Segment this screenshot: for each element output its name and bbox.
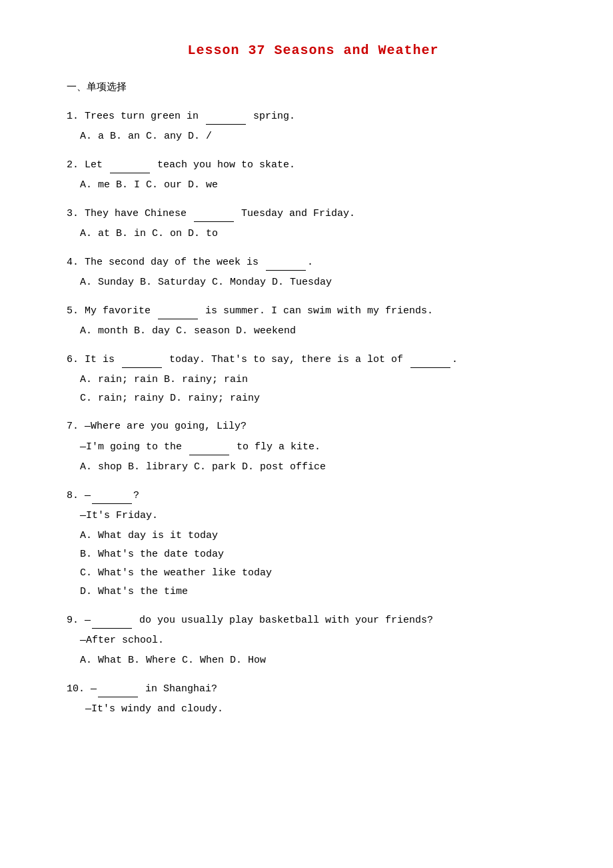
- question-10-line2: —It's windy and cloudy.: [85, 701, 560, 717]
- q6-options-b: C. rain; rainy D. rainy; rainy: [80, 391, 560, 407]
- section-header: 一、单项选择: [67, 80, 560, 96]
- q5-text-before: 5. My favorite: [67, 305, 157, 317]
- q10-reply: —It's windy and cloudy.: [85, 703, 223, 715]
- q10-blank: [98, 681, 138, 697]
- q8-options-d: D. What's the time: [80, 584, 560, 600]
- question-9-line1: 9. — do you usually play basketball with…: [67, 612, 560, 629]
- q1-text-after: spring.: [247, 111, 295, 122]
- q4-text-before: 4. The second day of the week is: [67, 257, 265, 268]
- q3-blank: [194, 205, 234, 222]
- question-7: 7. —Where are you going, Lily? —I'm goin…: [67, 419, 560, 475]
- q5-blank: [158, 303, 198, 319]
- question-10: 10. — in Shanghai? —It's windy and cloud…: [67, 681, 560, 717]
- q10-text-before: 10. —: [67, 683, 97, 695]
- q6-blank1: [122, 351, 162, 368]
- q7-text-before: 7. —Where are you going, Lily?: [67, 421, 247, 432]
- page-title: Lesson 37 Seasons and Weather: [67, 40, 560, 61]
- q7-text-after: to fly a kite.: [231, 441, 320, 453]
- question-10-line1: 10. — in Shanghai?: [67, 681, 560, 697]
- q8-text-before: 8. —: [67, 490, 91, 501]
- q9-options: A. What B. Where C. When D. How: [80, 653, 560, 669]
- q9-text-before: 9. —: [67, 615, 91, 626]
- question-9: 9. — do you usually play basketball with…: [67, 612, 560, 669]
- question-3-line: 3. They have Chinese Tuesday and Friday.: [67, 205, 560, 222]
- q7-blank: [189, 439, 229, 455]
- q7-text-before2: —I'm going to the: [80, 441, 188, 453]
- q4-blank: [266, 254, 306, 271]
- q6-text-mid: today. That's to say, there is a lot of: [163, 354, 409, 365]
- question-1: 1. Trees turn green in spring. A. a B. a…: [67, 108, 560, 145]
- question-6: 6. It is today. That's to say, there is …: [67, 351, 560, 407]
- q1-options: A. a B. an C. any D. /: [80, 129, 560, 145]
- question-4-line: 4. The second day of the week is .: [67, 254, 560, 271]
- q1-blank: [206, 108, 246, 125]
- question-7-line2: —I'm going to the to fly a kite.: [80, 439, 560, 455]
- q2-text-after: teach you how to skate.: [151, 159, 295, 171]
- q4-text-after: .: [307, 257, 313, 268]
- question-4: 4. The second day of the week is . A. Su…: [67, 254, 560, 291]
- question-8: 8. — ? —It's Friday. A. What day is it t…: [67, 487, 560, 600]
- q3-text-before: 3. They have Chinese: [67, 208, 193, 219]
- q9-text-after: do you usually play basketball with your…: [133, 615, 433, 626]
- question-3: 3. They have Chinese Tuesday and Friday.…: [67, 205, 560, 242]
- q7-options: A. shop B. library C. park D. post offic…: [80, 459, 560, 475]
- q5-text-after: is summer. I can swim with my friends.: [199, 305, 433, 317]
- q3-text-after: Tuesday and Friday.: [235, 208, 355, 219]
- question-2: 2. Let teach you how to skate. A. me B. …: [67, 157, 560, 193]
- q2-text-before: 2. Let: [67, 159, 109, 171]
- q6-blank2: [410, 351, 450, 368]
- q8-blank: [92, 487, 132, 504]
- question-5-line: 5. My favorite is summer. I can swim wit…: [67, 303, 560, 319]
- question-6-line: 6. It is today. That's to say, there is …: [67, 351, 560, 368]
- q4-options: A. Sunday B. Saturday C. Monday D. Tuesd…: [80, 275, 560, 291]
- question-8-line1: 8. — ?: [67, 487, 560, 504]
- question-2-line: 2. Let teach you how to skate.: [67, 157, 560, 173]
- question-1-line: 1. Trees turn green in spring.: [67, 108, 560, 125]
- q9-blank: [92, 612, 132, 629]
- q8-reply: —It's Friday.: [80, 510, 158, 521]
- q8-options-b: B. What's the date today: [80, 547, 560, 563]
- question-8-line2: —It's Friday.: [80, 508, 560, 524]
- q8-options-a: A. What day is it today: [80, 528, 560, 544]
- question-7-line1: 7. —Where are you going, Lily?: [67, 419, 560, 435]
- q1-text-before: 1. Trees turn green in: [67, 111, 205, 122]
- q2-blank: [110, 157, 150, 173]
- q2-options: A. me B. I C. our D. we: [80, 177, 560, 193]
- q8-text-after: ?: [133, 490, 139, 501]
- q5-options: A. month B. day C. season D. weekend: [80, 323, 560, 339]
- q3-options: A. at B. in C. on D. to: [80, 226, 560, 242]
- q8-options-c: C. What's the weather like today: [80, 565, 560, 581]
- q6-text-before: 6. It is: [67, 354, 121, 365]
- q9-reply: —After school.: [80, 635, 164, 646]
- question-5: 5. My favorite is summer. I can swim wit…: [67, 303, 560, 339]
- q10-text-after: in Shanghai?: [139, 683, 217, 695]
- q6-text-after: .: [452, 354, 458, 365]
- question-9-line2: —After school.: [80, 633, 560, 649]
- q6-options-a: A. rain; rain B. rainy; rain: [80, 372, 560, 388]
